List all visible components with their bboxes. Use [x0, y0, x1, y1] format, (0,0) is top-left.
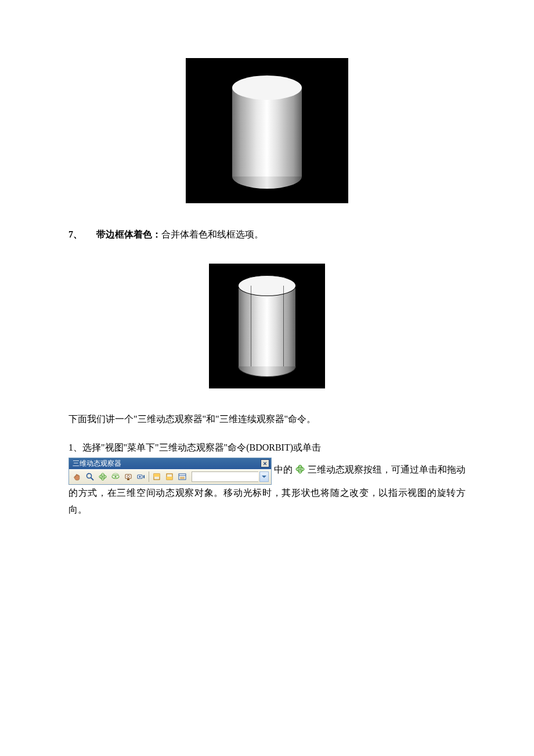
cylinder-shaded: [232, 75, 302, 189]
orbit-icon: [295, 463, 305, 474]
options-icon[interactable]: [176, 471, 188, 483]
item1-prefix: 1、选择"视图"菜单下"三维动态观察器"命令(BDORBIT)或单击: [68, 442, 321, 452]
section-number: 7、: [68, 229, 82, 239]
toolbar-input[interactable]: [192, 471, 258, 482]
cylinder-shaded-edges: [238, 275, 296, 377]
section-desc: 合并体着色和线框选项。: [161, 229, 264, 239]
pan-hand-icon[interactable]: [71, 471, 83, 483]
viewport-black-2: [209, 264, 325, 388]
section-label: 带边框体着色：: [96, 229, 161, 239]
close-icon[interactable]: ×: [261, 459, 269, 467]
viewport-black-1: [186, 58, 348, 203]
section-7: 7、 带边框体着色：合并体着色和线框选项。: [68, 226, 466, 243]
item-1: 1、选择"视图"菜单下"三维动态观察器"命令(BDORBIT)或单击 三维动态观…: [68, 440, 466, 518]
svg-rect-14: [154, 474, 160, 477]
toolbar-title-text: 三维动态观察器: [73, 460, 121, 467]
toolbar-separator: [149, 471, 149, 482]
figure-shaded-cylinder: [68, 58, 466, 209]
item1-mid: 中的: [274, 465, 293, 474]
svg-point-23: [299, 468, 301, 470]
toolbar-dropdown-icon[interactable]: [259, 471, 269, 482]
svg-point-5: [102, 476, 104, 477]
front-clip-icon[interactable]: [151, 471, 163, 483]
toolbar-titlebar[interactable]: 三维动态观察器 ×: [69, 458, 271, 469]
continuous-orbit-icon[interactable]: [110, 471, 121, 483]
adjust-distance-icon[interactable]: [135, 471, 147, 483]
svg-rect-10: [127, 478, 129, 480]
svg-point-12: [139, 476, 140, 477]
intro-paragraph: 下面我们讲一个"三维动态观察器"和"三维连续观察器"命令。: [68, 411, 466, 428]
zoom-realtime-icon[interactable]: +: [84, 471, 96, 483]
figure-shaded-edges-cylinder: [68, 264, 466, 394]
svg-text:+: +: [88, 472, 89, 475]
swivel-icon[interactable]: [122, 471, 134, 483]
orbit-toolbar[interactable]: 三维动态观察器 × +: [68, 458, 272, 485]
svg-line-1: [91, 477, 94, 480]
svg-rect-16: [167, 477, 172, 480]
back-clip-icon[interactable]: [164, 471, 175, 483]
orbit-icon[interactable]: [97, 471, 109, 483]
svg-point-7: [115, 476, 117, 477]
toolbar-row: +: [69, 469, 271, 484]
